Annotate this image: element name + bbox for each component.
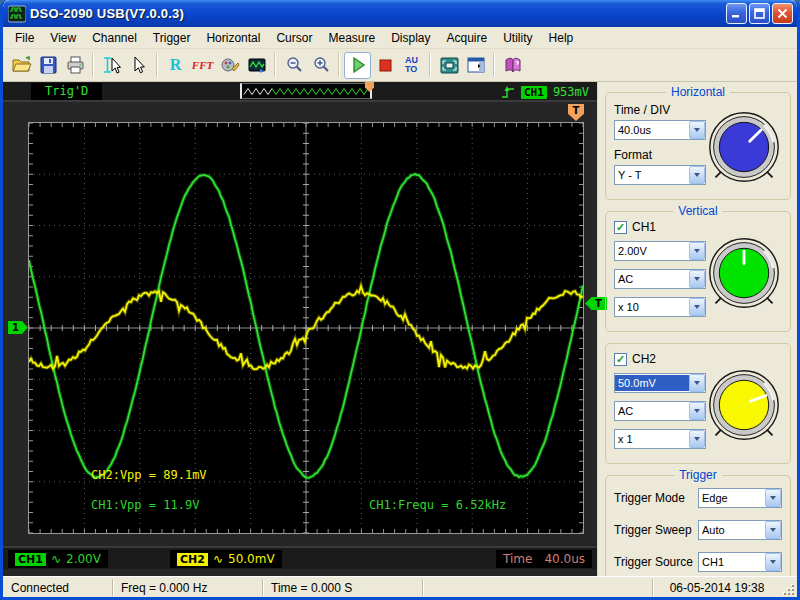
menu-view[interactable]: View [42, 28, 84, 48]
app-logo-icon [8, 5, 26, 23]
help-book-icon [502, 54, 524, 76]
zoom-in-button[interactable] [307, 52, 334, 79]
ch2-volts-div-readout: 50.0mV [228, 552, 275, 566]
ch2-scale-readout: CH2 ∿ 50.0mV [170, 550, 282, 568]
tool-bar: R FFT AUTO [3, 49, 797, 82]
trigger-time-marker[interactable]: T [568, 104, 584, 121]
vertical-group-title: Vertical [673, 204, 722, 218]
menu-channel[interactable]: Channel [84, 28, 145, 48]
menu-measure[interactable]: Measure [320, 28, 383, 48]
pointer-button[interactable] [125, 52, 152, 79]
trigger-level-marker[interactable]: T [585, 297, 607, 310]
minimize-button[interactable] [726, 3, 747, 24]
trigger-position-preview[interactable] [240, 83, 372, 99]
ch2-badge: CH2 [177, 553, 208, 566]
app-window: DSO-2090 USB(V7.0.0.3) File View Channel… [0, 0, 800, 600]
trigger-sweep-label: Trigger Sweep [614, 523, 692, 537]
ch2-position-knob[interactable] [706, 367, 782, 443]
datetime-status: 06-05-2014 19:38 [653, 579, 781, 596]
toolbar-separator [338, 53, 340, 77]
ch1-probe-value: x 10 [615, 299, 689, 315]
close-button[interactable] [772, 3, 793, 24]
edge-trigger-icon [501, 85, 515, 100]
toolbar-separator [429, 53, 431, 77]
menu-bar: File View Channel Trigger Horizontal Cur… [3, 27, 797, 49]
chevron-down-icon[interactable] [765, 489, 781, 507]
trigger-source-select[interactable]: CH1 [698, 552, 782, 572]
menu-cursor[interactable]: Cursor [268, 28, 320, 48]
freq-status: Freq = 0.000 Hz [113, 579, 263, 596]
print-button[interactable] [61, 52, 88, 79]
ch1-position-knob[interactable] [706, 235, 782, 311]
trigger-sweep-select[interactable]: Auto [698, 520, 782, 540]
stop-button[interactable] [371, 52, 398, 79]
chevron-down-icon[interactable] [689, 298, 705, 316]
ch1-badge: CH1 [15, 553, 46, 566]
ch2-coupling-value: AC [615, 403, 689, 419]
start-button[interactable] [344, 52, 371, 79]
trigger-preview-wave [242, 85, 370, 99]
status-bar: Connected Freq = 0.000 Hz Time = 0.000 S… [3, 576, 797, 597]
chevron-down-icon[interactable] [765, 521, 781, 539]
ch1-coupling-symbol: ∿ [51, 552, 61, 566]
toolbar-separator [493, 53, 495, 77]
ch1-probe-select[interactable]: x 10 [614, 297, 706, 317]
trigger-mode-value: Edge [699, 490, 765, 506]
chevron-down-icon[interactable] [689, 121, 705, 139]
open-button[interactable] [7, 52, 34, 79]
chevron-down-icon[interactable] [689, 374, 705, 392]
full-screen-icon [438, 54, 460, 76]
zoom-out-button[interactable] [280, 52, 307, 79]
chevron-down-icon[interactable] [765, 553, 781, 571]
ch1-coupling-select[interactable]: AC [614, 269, 706, 289]
full-screen-button[interactable] [435, 52, 462, 79]
horizontal-knob[interactable] [706, 109, 782, 185]
trigger-mode-select[interactable]: Edge [698, 488, 782, 508]
ch1-freq-measurement: CH1:Frequ = 6.52kHz [369, 498, 506, 512]
trigger-group-title: Trigger [674, 468, 722, 482]
maximize-button[interactable] [749, 3, 770, 24]
chevron-down-icon[interactable] [689, 270, 705, 288]
ch2-volts-div-value: 50.0mV [615, 375, 689, 391]
cursor-measure-button[interactable] [98, 52, 125, 79]
ch1-position-marker[interactable]: 1 [8, 321, 28, 334]
ch1-volts-div-select[interactable]: 2.00V [614, 241, 706, 261]
menu-utility[interactable]: Utility [495, 28, 540, 48]
chevron-down-icon[interactable] [689, 166, 705, 184]
ch1-scale-readout: CH1 ∿ 2.00V [8, 550, 108, 568]
refresh-button[interactable]: R [162, 52, 189, 79]
help-button[interactable] [499, 52, 526, 79]
menu-acquire[interactable]: Acquire [439, 28, 496, 48]
menu-file[interactable]: File [7, 28, 42, 48]
chevron-down-icon[interactable] [689, 430, 705, 448]
chevron-down-icon[interactable] [689, 242, 705, 260]
menu-display[interactable]: Display [383, 28, 438, 48]
color-palette-button[interactable] [216, 52, 243, 79]
ch1-checkbox[interactable]: ✓ [614, 221, 627, 234]
open-folder-icon [10, 54, 32, 76]
format-value: Y - T [615, 167, 689, 183]
ch2-checkbox[interactable]: ✓ [614, 353, 627, 366]
menu-trigger[interactable]: Trigger [145, 28, 199, 48]
window-layout-button[interactable] [462, 52, 489, 79]
menu-horizontal[interactable]: Horizontal [198, 28, 268, 48]
scope-header: Trig'D CH1 953mV [3, 82, 597, 102]
time-value: 40.0us [544, 552, 585, 566]
ch2-probe-select[interactable]: x 1 [614, 429, 706, 449]
time-div-select[interactable]: 40.0us [614, 120, 706, 140]
timebase-readout: Time 40.0us [496, 550, 592, 568]
auto-setup-button[interactable]: AUTO [398, 52, 425, 79]
menu-help[interactable]: Help [541, 28, 582, 48]
ch2-volts-div-select[interactable]: 50.0mV [614, 373, 706, 393]
resize-grip[interactable] [781, 582, 795, 596]
trigger-status: Trig'D [31, 83, 102, 100]
ch2-coupling-select[interactable]: AC [614, 401, 706, 421]
fft-button[interactable]: FFT [189, 52, 216, 79]
format-select[interactable]: Y - T [614, 165, 706, 185]
waveform-display-button[interactable] [243, 52, 270, 79]
cursor-measure-icon [101, 54, 123, 76]
time-div-value: 40.0us [615, 122, 689, 138]
chevron-down-icon[interactable] [689, 402, 705, 420]
pointer-arrow-icon [128, 54, 150, 76]
save-button[interactable] [34, 52, 61, 79]
